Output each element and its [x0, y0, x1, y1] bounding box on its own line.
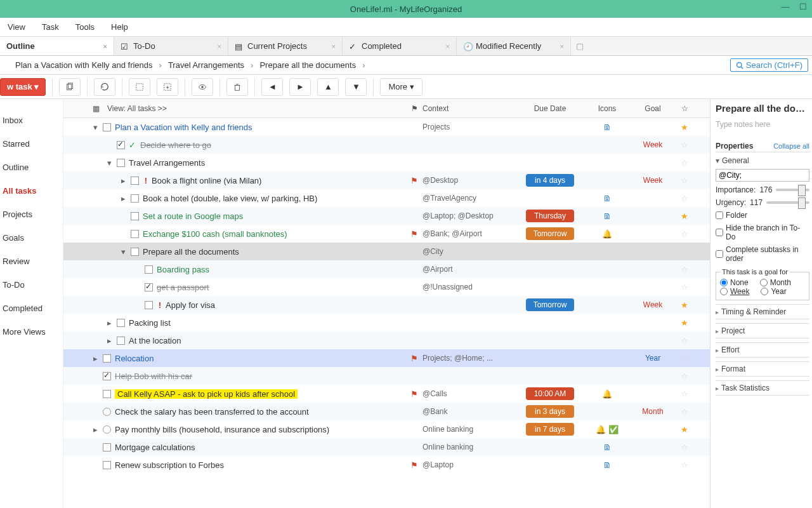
task-title[interactable]: get a passport: [157, 283, 209, 292]
task-checkbox[interactable]: [145, 283, 153, 291]
breadcrumb-item[interactable]: Travel Arrangements: [168, 60, 244, 70]
task-title[interactable]: Call Kelly ASAP - ask to pick up kids af…: [115, 389, 298, 399]
expand-icon[interactable]: ▾: [91, 123, 99, 132]
task-title[interactable]: Renew subscription to Forbes: [115, 460, 224, 470]
hide-branch-checkbox[interactable]: [716, 229, 723, 236]
urgency-slider[interactable]: [766, 201, 809, 204]
task-row[interactable]: Exchange $100 cash (small banknotes)⚑@Ba…: [63, 225, 710, 243]
task-checkbox[interactable]: [103, 123, 111, 131]
task-title[interactable]: Travel Arrangements: [129, 158, 205, 168]
accordion-format[interactable]: ▸Format: [716, 361, 809, 377]
task-row[interactable]: ▸!Book a flight online (via Milan)⚑@Desk…: [63, 171, 710, 189]
task-title[interactable]: Prepare all the documents: [143, 247, 239, 257]
eye-button[interactable]: [192, 78, 213, 96]
maximize-button[interactable]: ☐: [798, 1, 808, 11]
search-input[interactable]: Search (Ctrl+F): [730, 58, 808, 72]
close-icon[interactable]: ×: [332, 43, 336, 50]
goal-week-radio[interactable]: [720, 288, 728, 295]
flag-cell[interactable]: ⚑: [406, 389, 422, 399]
flag-cell[interactable]: ⚑: [406, 176, 422, 185]
flag-cell[interactable]: ⚑: [406, 460, 422, 470]
grid-rows[interactable]: ▾Plan a Vacation with Kelly and friendsP…: [63, 118, 710, 508]
task-checkbox[interactable]: [103, 425, 111, 434]
task-checkbox[interactable]: [103, 443, 111, 451]
task-row[interactable]: ▸Packing list★: [63, 314, 710, 331]
star-cell[interactable]: ☆: [675, 354, 694, 363]
expand-icon[interactable]: ▸: [105, 336, 113, 345]
nav-down-button[interactable]: ▼: [345, 78, 367, 96]
tab-current-projects[interactable]: ▤Current Projects×: [228, 37, 343, 55]
column-due[interactable]: Due Date: [516, 104, 584, 113]
task-row[interactable]: ▸Pay monthly bills (household, insurance…: [63, 420, 710, 438]
task-title[interactable]: Relocation: [115, 354, 154, 363]
task-title[interactable]: Boarding pass: [157, 265, 209, 274]
task-row[interactable]: Set a route in Google maps@Laptop; @Desk…: [63, 207, 710, 225]
star-cell[interactable]: ★: [675, 425, 694, 434]
task-title[interactable]: Decide where to go: [140, 140, 211, 150]
context-input[interactable]: [716, 169, 809, 182]
expand-icon[interactable]: ▸: [119, 176, 127, 185]
collapse-all-link[interactable]: Collapse all: [773, 142, 809, 150]
task-checkbox[interactable]: [131, 177, 139, 185]
tab-outline[interactable]: Outline×: [0, 37, 114, 55]
task-checkbox[interactable]: [103, 354, 111, 363]
close-icon[interactable]: ×: [103, 43, 107, 50]
task-checkbox[interactable]: [103, 461, 111, 469]
task-title[interactable]: Help Bob with his car: [115, 371, 192, 381]
task-title[interactable]: Check the salary has been transferred to…: [115, 407, 309, 417]
task-row[interactable]: Help Bob with his car☆: [63, 367, 710, 385]
task-checkbox[interactable]: [131, 194, 139, 203]
task-row[interactable]: !Apply for visaTomorrowWeek★: [63, 296, 710, 314]
star-cell[interactable]: ★: [675, 300, 694, 310]
goal-year-radio[interactable]: [761, 288, 768, 295]
task-checkbox[interactable]: [117, 337, 125, 345]
task-row[interactable]: ▸Relocation⚑Projects; @Home; ...Year☆: [63, 349, 710, 367]
accordion-timing[interactable]: ▸Timing & Reminder: [716, 304, 809, 319]
task-checkbox[interactable]: [131, 212, 139, 220]
star-cell[interactable]: ☆: [675, 283, 694, 292]
star-cell[interactable]: ☆: [675, 407, 694, 417]
nav-up-button[interactable]: ▲: [317, 78, 339, 96]
minimize-button[interactable]: —: [780, 1, 790, 11]
task-row[interactable]: ▸At the location☆: [63, 331, 710, 349]
column-goal[interactable]: Goal: [631, 104, 675, 113]
star-cell[interactable]: ★: [675, 318, 694, 328]
flag-cell[interactable]: ⚑: [406, 354, 422, 363]
star-cell[interactable]: ★: [675, 211, 694, 221]
menu-task[interactable]: Task: [38, 21, 63, 33]
view-label[interactable]: View: All tasks >>: [107, 104, 167, 113]
task-checkbox[interactable]: [103, 408, 111, 416]
star-cell[interactable]: ☆: [675, 247, 694, 257]
complete-subtasks-checkbox[interactable]: [716, 250, 723, 258]
flag-cell[interactable]: ⚑: [406, 229, 422, 239]
sidebar-item-more-views[interactable]: More Views: [0, 326, 63, 338]
tab-todo[interactable]: ☑To-Do×: [114, 37, 228, 55]
task-row[interactable]: ▾Plan a Vacation with Kelly and friendsP…: [63, 118, 710, 136]
menu-view[interactable]: View: [4, 21, 29, 33]
refresh-button[interactable]: [94, 78, 115, 96]
delete-button[interactable]: [226, 78, 248, 96]
sidebar-item-outline[interactable]: Outline: [0, 161, 63, 173]
new-tab-button[interactable]: ▢: [571, 37, 589, 55]
column-flag[interactable]: ⚑: [406, 104, 422, 113]
expand-icon[interactable]: ▸: [91, 354, 99, 363]
breadcrumb-item[interactable]: Prepare all the documents: [259, 60, 356, 70]
sidebar-item-completed[interactable]: Completed: [0, 302, 63, 314]
goal-month-radio[interactable]: [760, 279, 768, 286]
task-title[interactable]: Book a flight online (via Milan): [152, 176, 261, 185]
star-cell[interactable]: ☆: [675, 229, 694, 239]
task-title[interactable]: Set a route in Google maps: [143, 211, 243, 221]
goal-none-radio[interactable]: [720, 279, 728, 286]
task-row[interactable]: ✓Decide where to goWeek☆: [63, 136, 710, 154]
nav-back-button[interactable]: ◄: [261, 78, 283, 96]
column-context[interactable]: Context: [422, 104, 516, 113]
task-checkbox[interactable]: [103, 372, 111, 380]
copy-button[interactable]: [59, 78, 81, 96]
notes-input[interactable]: Type notes here: [716, 117, 809, 138]
sidebar-item-starred[interactable]: Starred: [0, 138, 63, 150]
task-row[interactable]: Boarding pass@Airport☆: [63, 260, 710, 278]
star-cell[interactable]: ☆: [675, 194, 694, 203]
task-row[interactable]: get a passport@!Unassigned☆: [63, 278, 710, 296]
accordion-stats[interactable]: ▸Task Statistics: [716, 380, 809, 396]
task-checkbox[interactable]: [117, 319, 125, 327]
